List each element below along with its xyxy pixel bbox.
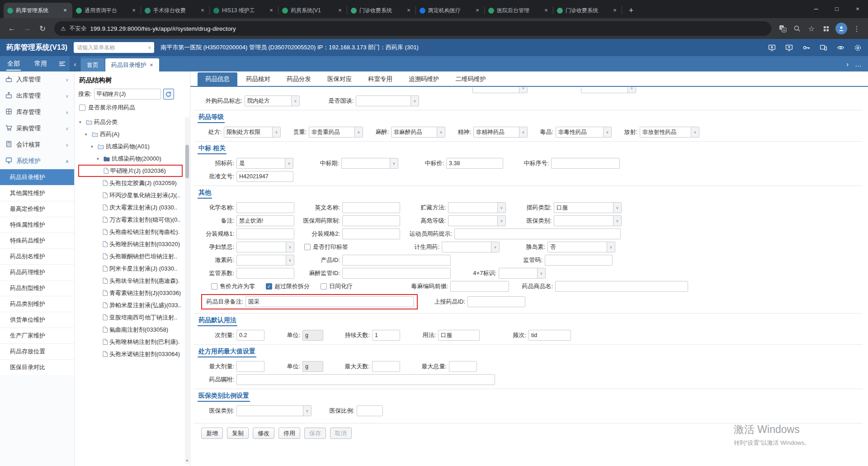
tree-node[interactable]: 亚胺培南西司他丁钠注射.. bbox=[78, 311, 190, 323]
menu-collapse-icon[interactable] bbox=[54, 56, 70, 71]
tree-node[interactable]: ▾药品分类 bbox=[78, 116, 190, 128]
bookmark-star-icon[interactable]: ☆ bbox=[805, 22, 818, 35]
sidebar-subitem[interactable]: 供货单位维护 bbox=[0, 312, 74, 328]
sidebar-item[interactable]: 库存管理∨ bbox=[0, 104, 74, 120]
select-field[interactable]: 非放射性药品∨ bbox=[640, 127, 699, 138]
browser-tab[interactable]: 两定机构医疗× bbox=[416, 3, 485, 18]
text-input[interactable]: 禁止饮酒! bbox=[236, 215, 294, 226]
detail-tab[interactable]: 二维码维护 bbox=[448, 72, 494, 86]
tree-node[interactable]: 头孢曲松钠注射剂(海曲松). bbox=[78, 226, 190, 238]
save-button[interactable]: 保存 bbox=[304, 428, 326, 439]
close-icon[interactable]: × bbox=[847, 0, 868, 17]
text-input[interactable] bbox=[449, 361, 477, 372]
text-input[interactable] bbox=[342, 255, 451, 266]
tree-node[interactable]: 头孢唑肟钠注射剂(033020) bbox=[78, 238, 190, 250]
sidebar-subitem[interactable]: 药品药理维护 bbox=[0, 264, 74, 280]
preview-eye-icon[interactable] bbox=[836, 43, 844, 52]
checkbox-unchecked[interactable] bbox=[321, 283, 327, 290]
text-input[interactable] bbox=[342, 215, 400, 226]
url-text[interactable]: 199.9.129.29:8000/his-yk/app/#/system/dr… bbox=[90, 25, 236, 32]
tree-node[interactable]: 阿米卡星注射液(J) (0330.. bbox=[78, 262, 190, 275]
select-field[interactable]: 否∨ bbox=[547, 242, 615, 252]
cancel-button[interactable]: 取消 bbox=[330, 428, 352, 439]
text-input[interactable] bbox=[342, 202, 400, 213]
sidebar-subitem[interactable]: 特殊属性维护 bbox=[0, 217, 74, 233]
translate-icon[interactable]: 文A bbox=[776, 22, 789, 35]
new-tab-button[interactable]: + bbox=[625, 4, 637, 17]
tree-node[interactable]: 氨曲南注射剂(033058) bbox=[78, 323, 190, 336]
disable-button[interactable]: 停用 bbox=[278, 428, 300, 439]
sidebar-item[interactable]: 入库管理∨ bbox=[0, 71, 74, 88]
tabs-more-icon[interactable]: … bbox=[855, 60, 862, 68]
text-input[interactable] bbox=[450, 281, 509, 292]
select-field[interactable]: ∨ bbox=[341, 158, 398, 169]
page-tab-close-icon[interactable]: × bbox=[150, 62, 153, 68]
page-tab[interactable]: 首页 bbox=[81, 58, 104, 71]
detail-tab[interactable]: 药品分发 bbox=[279, 72, 319, 86]
add-button[interactable]: 新增 bbox=[201, 428, 223, 439]
tree-expander-icon[interactable]: ▾ bbox=[97, 157, 102, 161]
tab-close-icon[interactable]: × bbox=[405, 7, 412, 14]
screen-broadcast-icon[interactable] bbox=[768, 43, 776, 52]
text-input[interactable]: tid bbox=[528, 330, 571, 341]
security-warning-icon[interactable]: ⚠ bbox=[61, 25, 66, 32]
select-field[interactable]: 非精神药品∨ bbox=[473, 127, 528, 138]
tab-close-icon[interactable]: × bbox=[130, 7, 137, 14]
tree-node[interactable]: 头孢拉定胶囊(J) (032059) bbox=[78, 177, 190, 189]
select-field[interactable]: ∨ bbox=[472, 87, 528, 93]
text-input[interactable]: 国采 bbox=[245, 296, 414, 307]
text-input[interactable]: H42021947 bbox=[236, 171, 293, 182]
tab-close-icon[interactable]: × bbox=[474, 7, 481, 14]
tab-close-icon[interactable]: × bbox=[336, 7, 344, 14]
tree-node[interactable]: 异帕米星注射液(弘盛)(033.. bbox=[78, 299, 190, 311]
select-field[interactable]: 是∨ bbox=[236, 158, 293, 169]
sidebar-subitem[interactable]: 医保目录对比 bbox=[0, 359, 74, 375]
tabs-scroll-right-icon[interactable]: › bbox=[846, 60, 849, 68]
tree-expander-icon[interactable]: ▾ bbox=[91, 144, 96, 149]
browser-tab[interactable]: 门诊收费系统× bbox=[553, 3, 622, 18]
select-field[interactable]: ∨ bbox=[499, 268, 546, 279]
select-field[interactable]: 口服∨ bbox=[554, 202, 622, 213]
sidebar-subitem[interactable]: 药品剂型维护 bbox=[0, 280, 74, 296]
tree-node[interactable]: 头孢米诺钠注射剂(033064) bbox=[78, 348, 190, 360]
select-field[interactable]: ∨ bbox=[236, 242, 294, 252]
reload-icon[interactable]: ↻ bbox=[35, 21, 50, 36]
text-input[interactable]: g bbox=[302, 361, 323, 372]
browser-tab[interactable]: 手术排台收费× bbox=[141, 3, 210, 18]
sidebar-item[interactable]: 出库管理∨ bbox=[0, 88, 74, 104]
text-input[interactable] bbox=[357, 405, 383, 416]
text-input[interactable]: 口服 bbox=[438, 330, 480, 341]
browser-menu-icon[interactable]: ⋮ bbox=[850, 22, 863, 35]
refresh-icon[interactable] bbox=[163, 89, 174, 100]
tree-node[interactable]: ▾抗感染药物(20000) bbox=[78, 152, 190, 165]
tree-node[interactable]: 头孢呋辛钠注射剂(惠迪森). bbox=[78, 275, 190, 287]
menu-search-combobox[interactable]: 请输入菜单名称 ∨ bbox=[74, 42, 154, 53]
text-input[interactable] bbox=[551, 158, 620, 169]
sidebar-subitem[interactable]: 生产厂家维护 bbox=[0, 328, 74, 343]
copy-button[interactable]: 复制 bbox=[227, 428, 249, 439]
checkbox-checked[interactable]: ✓ bbox=[266, 283, 272, 290]
tree-node[interactable]: ▾抗感染药物(A01) bbox=[78, 140, 190, 152]
sidebar-item[interactable]: 系统维护∧ bbox=[0, 153, 74, 169]
back-icon[interactable]: ← bbox=[5, 21, 19, 36]
device-icon[interactable] bbox=[819, 43, 827, 52]
tree-node[interactable]: 甲硝唑片(J) (032036) bbox=[78, 165, 183, 177]
detail-tab[interactable]: 医保对应 bbox=[320, 72, 359, 86]
tree-search-input[interactable] bbox=[94, 89, 161, 100]
select-field[interactable]: ∨ bbox=[448, 215, 506, 226]
browser-tab[interactable]: 通用查询平台× bbox=[72, 3, 141, 18]
tab-close-icon[interactable]: × bbox=[542, 7, 550, 14]
text-input[interactable] bbox=[372, 361, 400, 372]
page-tab[interactable]: 药品目录维护× bbox=[105, 58, 159, 71]
text-input[interactable] bbox=[342, 228, 400, 239]
text-input[interactable] bbox=[236, 361, 264, 372]
filter-common-tab[interactable]: 常用 bbox=[27, 56, 54, 71]
tree-node[interactable]: ▾西药(A) bbox=[78, 128, 190, 140]
tree-scrollbar[interactable]: ▼ bbox=[185, 117, 189, 464]
tree-node[interactable]: 环丙沙星氯化钠注射液(J)(.. bbox=[78, 189, 190, 201]
text-input[interactable] bbox=[454, 228, 621, 239]
select-field[interactable]: 非麻醉药品∨ bbox=[391, 127, 445, 138]
detail-tab[interactable]: 药品核对 bbox=[238, 72, 278, 86]
select-field[interactable]: ∨ bbox=[448, 202, 506, 213]
filter-all-tab[interactable]: 全部 bbox=[0, 56, 27, 71]
